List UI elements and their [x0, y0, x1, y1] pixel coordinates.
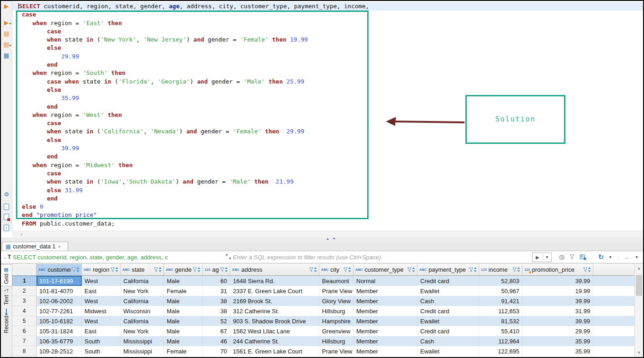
grid-cell-age[interactable]: 38	[203, 296, 230, 306]
grid-cell-promotion_price[interactable]: 35.99	[523, 346, 593, 356]
grid-cell-region[interactable]: West	[82, 296, 121, 306]
grid-cell-income[interactable]: 55,410	[479, 326, 523, 336]
filter-funnel-icon[interactable]	[309, 268, 313, 272]
grid-cell-region[interactable]: West	[82, 316, 121, 326]
scrollbar-thumb[interactable]	[636, 275, 642, 296]
grid-cell-income[interactable]: 81,532	[479, 316, 523, 326]
grid-cell-payment_type[interactable]: Cash	[417, 336, 479, 346]
grid-cell-customer_type[interactable]: Member	[354, 306, 417, 316]
filter-funnel-icon[interactable]	[583, 268, 587, 272]
grid-cell-age[interactable]: 38	[203, 306, 230, 316]
grid-cell-customerid[interactable]: 109-28-2512	[37, 346, 82, 356]
grid-cell-region[interactable]: East	[82, 326, 121, 336]
results-vertical-scrollbar[interactable]: ▲ ▼	[634, 264, 643, 357]
apply-filter-icon[interactable]: ▶	[533, 255, 543, 260]
grid-cell-promotion_price[interactable]: 39.99	[523, 276, 593, 286]
editor-horizontal-scrollbar[interactable]: ‹	[12, 231, 643, 237]
grid-cell-gender[interactable]: Female	[164, 286, 203, 296]
grid-cell-payment_type[interactable]: Ewallet	[417, 286, 479, 296]
row-number[interactable]: 2	[12, 286, 37, 296]
refresh-caret-icon[interactable]: ▼	[608, 255, 612, 259]
grid-cell-state[interactable]: Mississippi	[121, 336, 164, 346]
grid-cell-age[interactable]: 52	[203, 316, 230, 326]
explain-plan-icon[interactable]: ▦	[1, 52, 12, 59]
grid-cell-address[interactable]: 312 Catherine St.	[230, 306, 319, 316]
scroll-up-icon[interactable]: ▲	[635, 266, 643, 270]
document-alert-icon[interactable]	[4, 214, 9, 220]
filter-funnel-icon[interactable]	[154, 268, 158, 272]
sort-arrows-icon[interactable]	[197, 267, 201, 272]
filter-funnel-icon[interactable]	[72, 268, 76, 272]
column-header-customer_type[interactable]: ABCcustomer_type	[354, 264, 417, 275]
column-header-promotion_price[interactable]: 123promotion_price	[523, 264, 593, 275]
scroll-down-icon[interactable]: ▼	[635, 351, 643, 355]
grid-cell-customer_type[interactable]: Member	[354, 336, 417, 346]
grid-cell-state[interactable]: New York	[121, 326, 164, 336]
grid-cell-city[interactable]: Prarie View	[319, 346, 354, 356]
filter-funnel-icon[interactable]	[343, 268, 348, 272]
grid-cell-income[interactable]: 91,421	[479, 296, 523, 306]
splitter-down-icon[interactable]: ▼	[333, 237, 336, 240]
grid-cell-payment_type[interactable]: Credit card	[417, 306, 479, 316]
editor-results-splitter[interactable]: ▲ ▼	[1, 237, 643, 242]
grid-cell-state[interactable]: New York	[121, 286, 164, 296]
splitter-up-icon[interactable]: ▲	[326, 237, 329, 240]
grid-cell-address[interactable]: 1648 Sierra Rd.	[230, 276, 319, 286]
grid-cell-city[interactable]: Hillsburg	[319, 336, 354, 346]
grid-cell-address[interactable]: 1562 West Lilac Lane	[230, 326, 319, 336]
grid-cell-state[interactable]: California	[121, 296, 164, 306]
grid-cell-state[interactable]: Mississippi	[121, 346, 164, 356]
grid-cell-age[interactable]: 46	[203, 336, 230, 346]
tab-customer-data-1[interactable]: ▦ customer_data 1 ×	[2, 242, 68, 251]
grid-cell-customer_type[interactable]: Normal	[354, 276, 417, 286]
previous-result-icon[interactable]: ←	[624, 253, 630, 261]
grid-cell-customerid[interactable]: 105-10-6182	[37, 316, 82, 326]
expand-filter-icon[interactable]	[226, 254, 231, 261]
column-header-income[interactable]: 123income	[479, 264, 523, 275]
sort-arrows-icon[interactable]	[225, 267, 228, 272]
grid-cell-state[interactable]: California	[121, 276, 164, 286]
filter-funnel-icon[interactable]	[220, 268, 224, 272]
grid-cell-age[interactable]: 70	[203, 346, 230, 356]
settings-gear-icon[interactable]: ⚙	[1, 191, 12, 198]
grid-cell-customerid[interactable]: 102-77-2261	[37, 306, 82, 316]
sort-arrows-icon[interactable]	[348, 267, 351, 272]
column-header-age[interactable]: 123age	[203, 264, 230, 275]
grid-cell-income[interactable]: 112,964	[479, 336, 523, 346]
grid-cell-customer_type[interactable]: Member	[354, 296, 417, 306]
grid-cell-gender[interactable]: Male	[164, 296, 203, 306]
grid-cell-age[interactable]: 31	[203, 286, 230, 296]
column-header-address[interactable]: ABCaddress	[230, 264, 319, 275]
grid-cell-promotion_price[interactable]: 19.99	[523, 286, 593, 296]
grid-cell-address[interactable]: 2169 Brook St.	[230, 296, 319, 306]
execute-new-tab-icon[interactable]: ▶+	[1, 19, 12, 26]
tab-close-icon[interactable]: ×	[58, 244, 60, 249]
grid-cell-region[interactable]: East	[82, 286, 121, 296]
erase-filter-icon[interactable]	[559, 255, 565, 260]
grid-cell-city[interactable]: Beaumont	[319, 276, 354, 286]
row-number[interactable]: 4	[12, 306, 37, 316]
grid-cell-income[interactable]: 112,653	[479, 306, 523, 316]
grid-cell-payment_type[interactable]: Credit card	[417, 276, 479, 286]
sort-arrows-icon[interactable]	[517, 267, 520, 272]
grid-cell-customer_type[interactable]: Member	[354, 286, 417, 296]
row-number[interactable]: 8	[12, 346, 37, 356]
grid-cell-gender[interactable]: Male	[164, 336, 203, 346]
grid-cell-customer_type[interactable]: Member	[354, 346, 417, 356]
column-header-city[interactable]: ABCcity	[319, 264, 354, 275]
row-number[interactable]: 1	[12, 276, 37, 286]
column-header-customerid[interactable]: ABCcustomerid	[37, 264, 82, 275]
column-header-state[interactable]: ABCstate	[121, 264, 164, 275]
grid-cell-address[interactable]: 1561 E. Green Lake Court	[230, 346, 319, 356]
filter-funnel-icon[interactable]	[512, 268, 517, 272]
execute-statement-icon[interactable]: ▶	[1, 3, 12, 10]
column-header-region[interactable]: ABCregion	[82, 264, 121, 275]
grid-cell-gender[interactable]: Male	[164, 276, 203, 286]
grid-cell-customer_type[interactable]: Member	[354, 326, 417, 336]
row-number[interactable]: 6	[12, 326, 37, 336]
grid-cell-city[interactable]: Hillsburg	[319, 306, 354, 316]
filter-funnel-icon[interactable]	[193, 268, 197, 272]
row-number[interactable]: 7	[12, 336, 37, 346]
sort-arrows-icon[interactable]	[588, 267, 591, 272]
filter-history-caret-icon[interactable]: ▼	[543, 255, 551, 259]
